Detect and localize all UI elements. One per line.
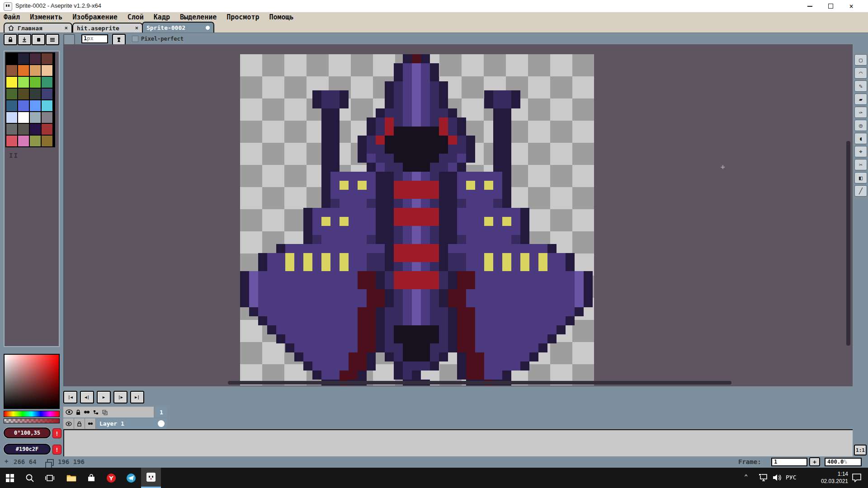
tab-hit-aseprite[interactable]: hit.aseprite × <box>72 23 143 33</box>
palette-swatch-12[interactable] <box>6 89 17 99</box>
hue-slider[interactable] <box>4 411 60 417</box>
prev-frame-button[interactable]: ◀| <box>80 391 94 404</box>
notification-center-icon[interactable] <box>852 473 862 482</box>
layer-visibility-cell[interactable] <box>63 418 74 429</box>
palette-resize-handle[interactable]: II <box>9 152 19 159</box>
eyedropper-tool[interactable]: ✑ <box>854 107 867 118</box>
minimize-button[interactable] <box>799 0 820 12</box>
maximize-button[interactable] <box>820 0 841 12</box>
frames-icon[interactable] <box>102 409 108 415</box>
network-icon[interactable] <box>759 474 769 482</box>
onion-skin-icon[interactable] <box>84 410 90 414</box>
palette-swatch-29[interactable] <box>18 136 29 146</box>
lasso-tool[interactable]: ◠ <box>854 67 867 79</box>
frame-1-header-cell[interactable]: 1 <box>155 407 167 418</box>
palette-swatch-30[interactable] <box>30 136 41 146</box>
palette-swatch-17[interactable] <box>18 100 29 111</box>
last-frame-button[interactable]: ▶| <box>130 391 144 404</box>
palette-swatch-19[interactable] <box>42 100 52 111</box>
palette-swatch-8[interactable] <box>6 77 17 88</box>
layer-flow-icon[interactable] <box>93 409 99 415</box>
zoom-level-input[interactable]: 400.0% <box>825 458 862 466</box>
task-view-button[interactable] <box>40 468 60 488</box>
alpha-slider[interactable] <box>4 418 60 423</box>
dynamics-button[interactable] <box>18 34 31 45</box>
palette-swatch-7[interactable] <box>42 65 52 76</box>
aseprite-taskbar-button[interactable] <box>141 468 161 488</box>
lock-icon[interactable] <box>75 409 81 415</box>
first-frame-button[interactable]: |◀ <box>63 391 77 404</box>
palette-swatch-23[interactable] <box>42 112 52 123</box>
vertical-scrollbar[interactable] <box>846 141 850 346</box>
clock[interactable]: 1:14 02.03.2021 <box>803 470 848 485</box>
paint-bucket-tool[interactable]: ◧ <box>854 172 867 183</box>
brush-options-button[interactable] <box>46 34 59 45</box>
canvas-viewport[interactable]: + <box>63 44 853 386</box>
palette-swatch-4[interactable] <box>6 65 17 76</box>
hand-tool[interactable]: ◖ <box>854 133 867 144</box>
palette-swatch-3[interactable] <box>42 53 52 64</box>
zoom-1-1-button[interactable]: 1:1 <box>854 445 867 455</box>
zoom-tool[interactable]: ◎ <box>854 120 867 131</box>
palette-swatch-1[interactable] <box>18 53 29 64</box>
color-warning-button[interactable]: ! <box>52 428 61 438</box>
palette-swatch-20[interactable] <box>6 112 17 123</box>
palette-swatch-24[interactable] <box>6 124 17 135</box>
telegram-button[interactable] <box>121 468 141 488</box>
language-indicator[interactable]: РУС <box>786 474 796 481</box>
store-button[interactable] <box>81 468 101 488</box>
line-tool[interactable]: ╱ <box>854 185 867 197</box>
ink-type-button[interactable] <box>112 34 126 45</box>
rectangular-marquee-tool[interactable]: ▢ <box>854 54 867 66</box>
file-explorer-button[interactable] <box>61 468 81 488</box>
start-button[interactable] <box>0 468 20 488</box>
palette-swatch-13[interactable] <box>18 89 29 99</box>
layer-name[interactable]: Layer 1 <box>96 418 155 429</box>
pixel-perfect-checkbox[interactable] <box>132 36 138 42</box>
eraser-tool[interactable]: ▰ <box>854 94 867 105</box>
menu-item-2[interactable]: Изображение <box>72 13 117 21</box>
pencil-tool[interactable]: ✎ <box>854 80 867 92</box>
palette-swatch-22[interactable] <box>30 112 41 123</box>
slice-tool[interactable]: ✂ <box>854 159 867 170</box>
palette-swatch-9[interactable] <box>18 77 29 88</box>
add-frame-button[interactable]: + <box>809 457 820 466</box>
palette-swatch-14[interactable] <box>30 89 41 99</box>
menu-item-5[interactable]: Выделение <box>180 13 217 21</box>
palette-swatch-5[interactable] <box>18 65 29 76</box>
palette-swatch-11[interactable] <box>42 77 52 88</box>
yandex-browser-button[interactable]: Y <box>101 468 121 488</box>
layer-lock-cell[interactable] <box>74 418 85 429</box>
palette-swatch-16[interactable] <box>6 100 17 111</box>
palette-swatch-15[interactable] <box>42 89 52 99</box>
brush-size-input[interactable]: 1px <box>81 34 108 43</box>
palette-swatch-2[interactable] <box>30 53 41 64</box>
palette-swatch-6[interactable] <box>30 65 41 76</box>
play-button[interactable]: ▶ <box>97 391 111 404</box>
foreground-color-button[interactable]: 0°100,35 <box>4 427 51 438</box>
tab-close-icon[interactable]: × <box>135 25 138 31</box>
saturation-value-picker[interactable] <box>4 354 60 409</box>
layer-row[interactable]: Layer 1 <box>63 418 155 429</box>
next-frame-button[interactable]: |▶ <box>113 391 127 404</box>
horizontal-scrollbar[interactable] <box>228 381 731 385</box>
palette-swatch-28[interactable] <box>6 136 17 146</box>
palette-swatch-25[interactable] <box>18 124 29 135</box>
tab-sprite-0002-active[interactable]: Sprite-0002 <box>142 22 214 33</box>
menu-item-0[interactable]: Файл <box>4 13 20 21</box>
eye-icon[interactable] <box>66 409 73 415</box>
spaceship-sprite[interactable] <box>240 54 593 385</box>
frame-number-input[interactable]: 1 <box>771 458 807 466</box>
hidden-icons-chevron[interactable]: ⌃ <box>744 473 748 480</box>
palette-swatch-0[interactable] <box>6 53 17 64</box>
color-warning-button[interactable]: ! <box>52 445 61 455</box>
menu-item-6[interactable]: Просмотр <box>226 13 259 21</box>
menu-item-3[interactable]: Слой <box>127 13 144 21</box>
palette-swatch-26[interactable] <box>30 124 41 135</box>
brush-type-button[interactable] <box>32 34 45 45</box>
palette-swatch-21[interactable] <box>18 112 29 123</box>
menu-item-4[interactable]: Кадр <box>154 13 170 21</box>
palette-swatch-10[interactable] <box>30 77 41 88</box>
menu-item-1[interactable]: Изменить <box>30 13 62 21</box>
tab-home[interactable]: Главная × <box>4 23 72 33</box>
